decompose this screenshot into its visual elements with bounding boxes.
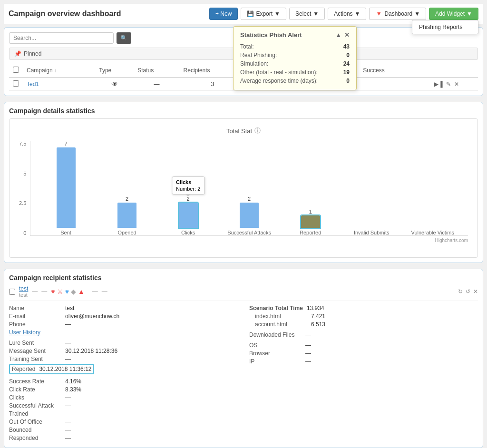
out-of-office-row: Out Of Office — xyxy=(9,419,238,425)
chart-area-wrapper: 7.5 5 2.5 0 7 Sent 2 Op xyxy=(19,141,468,236)
col-success: Success xyxy=(359,64,415,78)
bar-opened-bar xyxy=(117,203,136,228)
user-history-link[interactable]: User History xyxy=(9,329,40,336)
chevron-down-icon: ▼ xyxy=(414,10,420,17)
separator-dash: — xyxy=(32,288,38,295)
icon-1: ♥ xyxy=(51,288,55,295)
success-rate-row: Success Rate 4.16% xyxy=(9,378,238,385)
dashboard-icon: 🔻 xyxy=(375,10,382,17)
chevron-down-icon: ▼ xyxy=(467,10,472,17)
stats-popup-row-0: Total: 43 xyxy=(240,42,350,51)
stats-popup-header: Statistics Phish Alert ▲ ✕ xyxy=(240,31,350,39)
bar-opened: 2 Opened xyxy=(97,141,158,235)
sort-icon: ↕ xyxy=(54,68,57,73)
export-button[interactable]: 💾 Export ▼ xyxy=(241,8,286,20)
search-button[interactable]: 🔍 xyxy=(117,32,131,44)
popup-up-icon[interactable]: ▲ xyxy=(335,31,341,39)
bar-vulnerable-victims: Vulnerable Victims xyxy=(402,141,463,235)
training-sent-row: Training Sent — xyxy=(9,356,238,362)
clicks-tooltip: Clicks Number: 2 xyxy=(172,176,205,195)
bar-reported: 1 Reported xyxy=(280,141,341,235)
edit-icon[interactable]: ✎ xyxy=(446,81,451,88)
search-input[interactable] xyxy=(9,32,114,44)
stats-icon[interactable]: ▶▐ xyxy=(434,81,443,88)
reported-highlight: Reported 30.12.2018 11:36:12 xyxy=(9,364,94,374)
ip-row: IP — xyxy=(249,358,478,365)
recipient-detail-grid: Name test E-mail oliver@muenchow.ch Phon… xyxy=(9,305,478,443)
name-row: Name test xyxy=(9,305,238,312)
export-icon: 💾 xyxy=(247,10,254,17)
stats-popup: Statistics Phish Alert ▲ ✕ Total: 43 Rea… xyxy=(233,26,357,90)
col-campaign: Campaign ↕ xyxy=(23,64,95,78)
remove-icon[interactable]: ✕ xyxy=(473,288,478,295)
toolbar: Campaign overview dashboard + New 💾 Expo… xyxy=(4,4,483,24)
new-button[interactable]: + New xyxy=(209,8,238,20)
bar-invalid-submits: Invalid Submits xyxy=(341,141,402,235)
stats-popup-row-4: Average response time (days): 0 xyxy=(240,77,350,85)
page-title: Campaign overview dashboard xyxy=(9,10,121,18)
bar-sent: 7 Sent xyxy=(35,141,97,235)
add-widget-button[interactable]: Add Widget ▼ xyxy=(429,8,478,20)
icon-3: ♥ xyxy=(65,288,69,295)
lure-sent-row: Lure Sent — xyxy=(9,340,238,346)
bar-successful-attacks: 2 Successful Attacks xyxy=(219,141,280,235)
col-status: Status xyxy=(134,64,179,78)
highcharts-credit: Highcharts.com xyxy=(19,238,468,243)
downloaded-files-row: Downloaded Files — xyxy=(249,331,478,338)
phone-row: Phone — xyxy=(9,321,238,328)
recipient-action-icons: ↻ ↺ ✕ xyxy=(458,288,478,295)
recipient-sub: test xyxy=(19,292,28,298)
stats-popup-row-3: Other (total - real - simulation): 19 xyxy=(240,68,350,77)
bounced-row: Bounced — xyxy=(9,427,238,433)
delete-icon[interactable]: ✕ xyxy=(454,81,459,88)
success-cell xyxy=(359,78,415,91)
info-icon[interactable]: ⓘ xyxy=(254,127,261,135)
chevron-down-icon: ▼ xyxy=(313,10,319,17)
bar-sent-bar xyxy=(57,147,76,228)
pin-icon: 📌 xyxy=(14,50,21,57)
separator-dash-2: — xyxy=(41,288,47,295)
popup-actions: ▲ ✕ xyxy=(335,31,350,39)
recipient-right-details: Scenario Total Time 13.934 index.html 7.… xyxy=(249,305,478,443)
actions-button[interactable]: Actions ▼ xyxy=(328,8,366,20)
recipient-header: test test — — ♥ ⚔ ♥ ◆ ▲ — — ↻ ↺ ✕ xyxy=(9,285,478,301)
chevron-down-icon: ▼ xyxy=(274,10,280,17)
icon-4: ◆ xyxy=(71,288,76,295)
chart-container: Total Stat ⓘ 7.5 5 2.5 0 7 Sent xyxy=(9,118,478,258)
popup-close-icon[interactable]: ✕ xyxy=(344,31,350,39)
campaign-details-title: Campaign details statistics xyxy=(9,107,478,115)
status-cell: — xyxy=(134,78,179,91)
row-checkbox[interactable] xyxy=(13,80,19,87)
add-widget-dropdown[interactable]: Add Widget ▼ Phishing Reports xyxy=(429,8,478,20)
scenario-total-row: Scenario Total Time 13.934 xyxy=(249,305,478,312)
responded-row: Responded — xyxy=(9,435,238,441)
recipient-checkbox[interactable] xyxy=(9,289,15,295)
chart-bars: 7 Sent 2 Opened 2 xyxy=(30,141,468,236)
recipient-link[interactable]: test xyxy=(19,285,28,292)
campaign-link[interactable]: Ted1 xyxy=(27,81,39,88)
recipient-icons: ♥ ⚔ ♥ ◆ ▲ xyxy=(51,288,84,295)
phishing-reports-menu-item[interactable]: Phishing Reports xyxy=(412,20,478,34)
index-html-row: index.html 7.421 xyxy=(249,313,478,320)
recipient-left-details: Name test E-mail oliver@muenchow.ch Phon… xyxy=(9,305,238,443)
select-all-checkbox[interactable] xyxy=(13,67,19,73)
bar-successful-attacks-bar xyxy=(240,203,259,228)
email-row: E-mail oliver@muenchow.ch xyxy=(9,313,238,320)
clicks-row: Clicks — xyxy=(9,394,238,401)
icon-5: ▲ xyxy=(78,288,85,295)
stats-popup-row-1: Real Phishing: 0 xyxy=(240,51,350,59)
col-actions xyxy=(416,64,478,78)
refresh-icon[interactable]: ↻ xyxy=(458,288,463,295)
bar-clicks-bar: Clicks Number: 2 xyxy=(179,203,198,228)
reported-row: Reported 30.12.2018 11:36:12 xyxy=(9,364,238,374)
campaign-details-section: Campaign details statistics Total Stat ⓘ… xyxy=(4,102,483,263)
bar-reported-bar xyxy=(301,215,320,228)
dashboard-button[interactable]: 🔻 Dashboard ▼ xyxy=(369,8,426,20)
trained-row: Trained — xyxy=(9,410,238,417)
campaign-overview-section: 🔍 📌 Pinned Statistics Phish Alert ▲ ✕ To… xyxy=(4,27,483,96)
select-button[interactable]: Select ▼ xyxy=(289,8,325,20)
row-actions: ▶▐ ✎ ✕ xyxy=(416,78,478,91)
separator-dash-3: — xyxy=(92,288,98,295)
reload-icon[interactable]: ↺ xyxy=(466,288,470,295)
bar-clicks: 2 Clicks Number: 2 Clicks xyxy=(157,141,219,235)
